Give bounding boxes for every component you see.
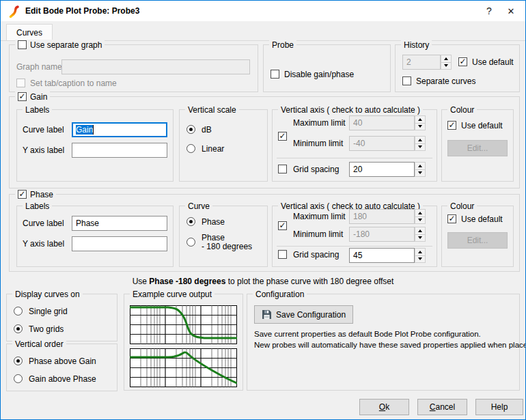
phase-colour-legend: Colour (450, 201, 474, 211)
spin-up-icon[interactable] (415, 115, 426, 124)
gain-max-limit-input[interactable] (349, 115, 415, 130)
history-group-legend: History (404, 40, 429, 50)
save-icon (262, 309, 272, 320)
gain-vertical-axis-legend: Vertical axis ( check to auto calculate … (281, 105, 420, 115)
text-caret (93, 125, 94, 135)
history-use-default-checkbox[interactable]: ✓ (458, 57, 467, 66)
group-display-curves-on: Display curves on Single grid Two grids (6, 294, 117, 341)
spin-up-icon[interactable] (415, 162, 426, 170)
window-title: Edit Bode Plot Probe: Probe3 (25, 6, 139, 16)
example-gain-plot (130, 348, 237, 387)
use-separate-graph-checkbox[interactable]: ✓ (18, 40, 27, 49)
spin-down-icon[interactable] (415, 144, 426, 152)
gain-min-limit-input[interactable] (349, 136, 415, 151)
app-logo-icon (9, 5, 20, 18)
phase-min-limit-label: Minimum limit (293, 229, 343, 239)
tab-curves[interactable]: Curves (6, 24, 53, 40)
save-configuration-label: Save Configuration (276, 310, 346, 320)
gain-grid-spacing-label: Grid spacing (293, 165, 339, 174)
edit-bode-plot-probe-dialog: Edit Bode Plot Probe: Probe3 ? ✕ Curves … (0, 0, 526, 420)
display-curves-legend: Display curves on (15, 290, 80, 299)
probe-group-legend: Probe (272, 40, 294, 50)
phase-minus-180-radio[interactable] (186, 238, 195, 247)
ok-button[interactable]: Ok (359, 399, 409, 415)
gain-db-radio[interactable] (186, 125, 195, 134)
group-phase: ✓ Phase Labels Curve label Y axis label … (9, 194, 520, 272)
history-count-input[interactable] (402, 55, 441, 70)
group-probe: Probe ✓ Disable gain/phase (263, 44, 391, 92)
spin-down-icon[interactable] (415, 217, 426, 225)
spin-up-icon[interactable] (415, 209, 426, 217)
gain-colour-use-default-label: Use default (461, 121, 503, 130)
phase-max-spinner (415, 209, 426, 224)
gain-colour-legend: Colour (450, 105, 474, 115)
phase-checkbox[interactable]: ✓ (18, 190, 27, 199)
gain-labels-legend: Labels (25, 105, 49, 115)
set-tab-caption-label: Set tab/caption to name (30, 79, 117, 88)
group-phase-colour: Colour ✓ Use default Edit... (441, 206, 514, 267)
gain-db-label: dB (202, 125, 212, 135)
phase-colour-use-default-checkbox[interactable]: ✓ (447, 214, 456, 223)
graph-name-input[interactable] (61, 59, 250, 74)
gain-colour-use-default-checkbox[interactable]: ✓ (447, 121, 456, 130)
example-curve-legend: Example curve output (133, 290, 212, 299)
help-icon[interactable]: ? (480, 3, 498, 18)
phase-colour-edit-button[interactable]: Edit... (447, 232, 508, 249)
gain-curve-label: Curve label (23, 125, 64, 135)
phase-labels-legend: Labels (25, 201, 49, 211)
close-icon[interactable]: ✕ (502, 3, 520, 18)
title-bar: Edit Bode Plot Probe: Probe3 ? ✕ (1, 1, 525, 21)
configuration-legend: Configuration (255, 290, 304, 299)
phase-grid-spacing-checkbox[interactable]: ✓ (278, 250, 287, 259)
phase-above-gain-radio[interactable] (14, 356, 23, 365)
single-grid-radio[interactable] (14, 307, 23, 316)
spin-down-icon[interactable] (415, 170, 426, 178)
phase-offset-note: Use Phase -180 degrees to plot the phase… (1, 277, 525, 286)
gain-checkbox[interactable]: ✓ (18, 92, 27, 101)
spin-down-icon[interactable] (415, 256, 426, 264)
gain-auto-calc-checkbox[interactable]: ✓ (278, 132, 287, 141)
gain-min-limit-label: Minimum limit (293, 139, 343, 148)
help-button[interactable]: Help (475, 399, 523, 415)
disable-gain-phase-checkbox[interactable]: ✓ (271, 70, 279, 79)
gain-linear-label: Linear (202, 144, 224, 154)
phase-curve-label-input[interactable] (72, 216, 167, 231)
spin-down-icon[interactable] (441, 63, 452, 70)
divider (277, 246, 432, 247)
gain-curve-label-input[interactable]: Gain (72, 122, 167, 137)
cancel-button[interactable]: Cancel (417, 399, 467, 415)
phase-y-axis-input[interactable] (72, 236, 167, 251)
phase-y-axis-label: Y axis label (23, 239, 64, 249)
phase-radio[interactable] (186, 217, 195, 226)
phase-min-limit-input[interactable] (349, 227, 415, 242)
gain-grid-spacing-input[interactable] (349, 162, 415, 177)
spin-up-icon[interactable] (415, 248, 426, 256)
phase-radio-label: Phase (202, 217, 225, 227)
spin-down-icon[interactable] (415, 124, 426, 131)
spin-up-icon[interactable] (415, 136, 426, 144)
use-separate-graph-label: Use separate graph (30, 40, 102, 50)
phase-auto-calc-checkbox[interactable]: ✓ (278, 221, 287, 230)
gain-above-phase-radio[interactable] (14, 374, 23, 383)
graph-name-label: Graph name (16, 62, 62, 72)
spin-up-icon[interactable] (415, 227, 426, 235)
group-history: History ✓ Use default ✓ Separate curves (395, 44, 520, 92)
two-grids-label: Two grids (29, 324, 64, 334)
gain-linear-radio[interactable] (186, 144, 195, 153)
history-use-default-label: Use default (472, 57, 514, 67)
spin-down-icon[interactable] (415, 235, 426, 242)
gain-y-axis-input[interactable] (72, 143, 167, 158)
phase-grid-spacing-input[interactable] (349, 248, 415, 263)
gain-colour-edit-button[interactable]: Edit... (447, 140, 508, 156)
phase-grid-spacing-label: Grid spacing (293, 250, 339, 260)
gain-grid-spacing-checkbox[interactable]: ✓ (278, 165, 287, 173)
divider (277, 158, 432, 158)
phase-max-limit-input[interactable] (349, 209, 415, 224)
spin-up-icon[interactable] (441, 55, 452, 63)
separate-curves-checkbox[interactable]: ✓ (402, 76, 411, 85)
two-grids-radio[interactable] (14, 324, 23, 333)
set-tab-caption-checkbox[interactable]: ✓ (16, 79, 25, 87)
save-configuration-button[interactable]: Save Configuration (254, 305, 353, 324)
group-gain-labels: Labels Curve label Gain Y axis label (16, 109, 174, 182)
group-gain: ✓ Gain Labels Curve label Gain Y axis la… (9, 96, 520, 188)
